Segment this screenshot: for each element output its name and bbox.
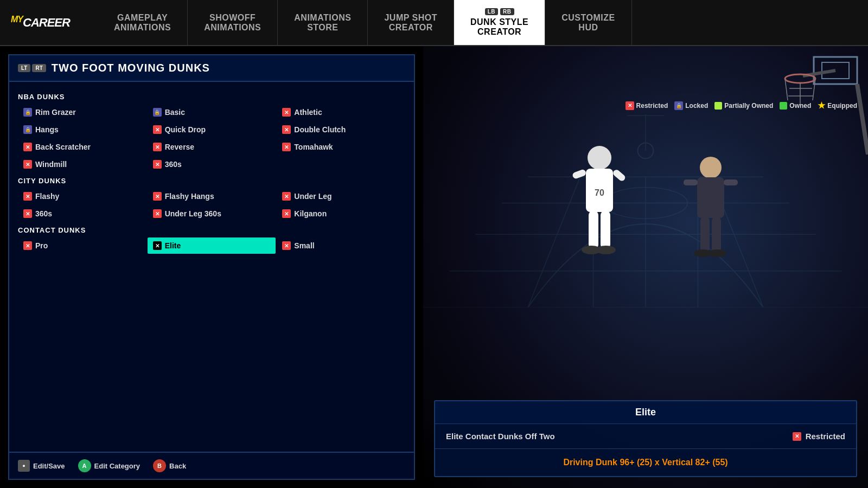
legend-equipped: ★ Equipped (818, 100, 857, 111)
tab-gameplay-animations[interactable]: GameplayAnimations (98, 0, 188, 45)
x-icon: ✕ (153, 160, 162, 169)
dunk-double-clutch[interactable]: ✕ Double Clutch (277, 121, 405, 138)
dunk-flashy[interactable]: ✕ Flashy (18, 188, 146, 204)
tab-animations-store[interactable]: AnimationsStore (278, 0, 368, 45)
tab-animations-store-label: AnimationsStore (294, 13, 351, 33)
x-icon: ✕ (282, 125, 291, 134)
svg-text:70: 70 (595, 188, 604, 197)
dunk-label: 360s (35, 209, 52, 218)
legend-equipped-label: Equipped (827, 102, 857, 110)
bottom-bar: ● Edit/Save A Edit Category B Back (9, 452, 414, 479)
nba-dunks-grid: 🔒 Rim Grazer 🔒 Basic ✕ Athletic 🔒 Hangs … (18, 104, 405, 172)
player-2 (675, 152, 746, 285)
dunk-pro[interactable]: ✕ Pro (18, 237, 146, 254)
rt-button[interactable]: RT (32, 64, 46, 72)
dunk-label: Back Scratcher (35, 143, 91, 151)
legend-locked: 🔒 Locked (674, 101, 708, 110)
dunk-small[interactable]: ✕ Small (277, 237, 405, 254)
tab-dunk-style-creator[interactable]: LB RB Dunk StyleCreator (454, 0, 545, 45)
dunk-label: Tomahawk (294, 143, 333, 151)
dunk-athletic[interactable]: ✕ Athletic (277, 104, 405, 120)
dunk-under-leg-360s[interactable]: ✕ Under Leg 360s (148, 206, 276, 222)
x-icon: ✕ (282, 209, 291, 218)
tab-jump-shot-creator[interactable]: Jump ShotCreator (368, 0, 454, 45)
tab-gameplay-label: GameplayAnimations (114, 13, 171, 33)
top-nav: MYCAREER GameplayAnimations ShowoffAnima… (0, 0, 868, 46)
player-1: 70 (561, 142, 637, 285)
legend-owned-label: Owned (789, 102, 811, 110)
tab-customize-hud[interactable]: CustomizeHUD (545, 0, 631, 45)
x-icon: ✕ (282, 108, 291, 117)
legend-locked-label: Locked (685, 102, 708, 110)
dunk-reverse[interactable]: ✕ Reverse (148, 139, 276, 155)
svg-point-13 (588, 146, 611, 170)
legend-partial-label: Partially Owned (724, 102, 773, 110)
player-1-svg: 70 (561, 142, 637, 282)
svg-rect-24 (684, 179, 698, 185)
legend-partially-owned: Partially Owned (714, 102, 773, 110)
dunk-back-scratcher[interactable]: ✕ Back Scratcher (18, 139, 146, 155)
main-content: LT RT TWO FOOT MOVING DUNKS NBA DUNKS 🔒 … (0, 46, 868, 488)
dunk-label: Hangs (35, 125, 59, 134)
lb-badge: LB (485, 8, 498, 15)
x-icon: ✕ (23, 209, 32, 218)
logo: MYCAREER (0, 0, 98, 45)
contact-dunks-grid: ✕ Pro ✕ Elite ✕ Small (18, 237, 405, 254)
info-card-title: Elite (435, 401, 856, 424)
edit-category-label: Edit Category (94, 462, 141, 470)
svg-rect-18 (589, 211, 598, 249)
lock-icon: 🔒 (153, 108, 162, 117)
dunk-360s[interactable]: ✕ 360s (148, 156, 276, 172)
b-button: B (153, 459, 166, 472)
svg-point-22 (700, 157, 722, 178)
svg-rect-27 (712, 217, 721, 252)
action-edit-category[interactable]: A Edit Category (78, 459, 141, 472)
dunk-360s-city[interactable]: ✕ 360s (18, 206, 146, 222)
dunk-quick-drop[interactable]: ✕ Quick Drop (148, 121, 276, 138)
x-icon: ✕ (153, 143, 162, 151)
x-icon: ✕ (282, 192, 291, 201)
dunk-basic[interactable]: 🔒 Basic (148, 104, 276, 120)
action-edit-save[interactable]: ● Edit/Save (18, 460, 65, 472)
dunk-label: Small (294, 241, 314, 250)
dunk-list: NBA DUNKS 🔒 Rim Grazer 🔒 Basic ✕ Athleti… (9, 82, 414, 452)
logo-text: MYCAREER (11, 15, 70, 30)
dunk-rim-grazer[interactable]: 🔒 Rim Grazer (18, 104, 146, 120)
left-panel: LT RT TWO FOOT MOVING DUNKS NBA DUNKS 🔒 … (8, 54, 415, 480)
dunk-flashy-hangs[interactable]: ✕ Flashy Hangs (148, 188, 276, 204)
dunk-label: Windmill (35, 160, 67, 169)
dunk-windmill[interactable]: ✕ Windmill (18, 156, 146, 172)
x-icon: ✕ (23, 160, 32, 169)
svg-rect-23 (697, 177, 724, 218)
dunk-elite[interactable]: ✕ Elite (148, 237, 276, 254)
dunk-tomahawk[interactable]: ✕ Tomahawk (277, 139, 405, 155)
x-icon: ✕ (282, 241, 291, 250)
x-icon: ✕ (23, 241, 32, 250)
x-icon: ✕ (282, 143, 291, 151)
legend-owned: Owned (780, 102, 811, 110)
dunk-kilganon[interactable]: ✕ Kilganon (277, 206, 405, 222)
dunk-label: Reverse (165, 143, 195, 151)
dunk-hangs[interactable]: 🔒 Hangs (18, 121, 146, 138)
dunk-under-leg[interactable]: ✕ Under Leg (277, 188, 405, 204)
svg-point-21 (596, 246, 616, 254)
dunk-label: Athletic (294, 108, 322, 117)
lt-button[interactable]: LT (18, 64, 30, 72)
action-back[interactable]: B Back (153, 459, 186, 472)
a-button: A (78, 459, 91, 472)
locked-icon: 🔒 (674, 101, 683, 110)
partial-icon (714, 102, 722, 110)
dunk-empty (277, 156, 405, 172)
dunk-label: Quick Drop (165, 125, 206, 134)
tab-customize-hud-label: CustomizeHUD (561, 13, 615, 33)
info-card: Elite Elite Contact Dunks Off Two ✕ Rest… (434, 400, 857, 477)
dunk-label: Under Leg (294, 192, 331, 201)
owned-icon (780, 102, 787, 110)
logo-my: MY (11, 15, 23, 24)
tab-showoff-animations[interactable]: ShowoffAnimations (188, 0, 278, 45)
right-panel: ✕ Restricted 🔒 Locked Partially Owned Ow… (423, 46, 868, 488)
dunk-label: Basic (165, 108, 185, 117)
legend-restricted-label: Restricted (636, 102, 668, 110)
rb-badge: RB (500, 8, 514, 15)
lock-icon: 🔒 (23, 125, 32, 134)
